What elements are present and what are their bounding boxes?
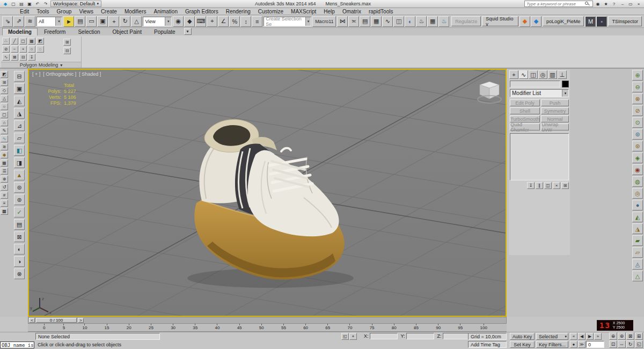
zoom-region-icon[interactable]: ⊡	[609, 340, 617, 348]
pan-icon[interactable]: ⇔	[618, 340, 626, 348]
tri-right-tool-icon[interactable]: ◮	[632, 223, 643, 234]
next-frame-icon[interactable]: »	[594, 333, 602, 340]
open-file-icon[interactable]: ▤	[18, 1, 25, 7]
modifier-button[interactable]: Shell	[510, 107, 540, 114]
ribbon-tab[interactable]: Selection	[72, 28, 106, 35]
remove-modifier-icon[interactable]: ×	[553, 182, 560, 189]
show-end-result-icon[interactable]: ∥	[536, 182, 543, 189]
workspace-dropdown[interactable]: Workspace: Default ▾	[50, 1, 101, 7]
grow-selection-icon[interactable]: +	[19, 46, 27, 53]
pyramid-left-tool-icon[interactable]: ◭	[14, 96, 25, 106]
draw-tool-icon[interactable]: ✎	[1, 127, 8, 134]
set-key-button[interactable]: Set Key	[510, 341, 535, 348]
menu-item[interactable]: Help	[320, 8, 339, 15]
key-mode-icon[interactable]: ●	[570, 341, 577, 348]
half-right-tool-icon[interactable]: ◨	[14, 157, 25, 168]
mirror-icon[interactable]: ⋈	[337, 16, 348, 27]
menu-item[interactable]: Views	[75, 8, 97, 15]
sphere-right-tool-icon[interactable]: ◑	[14, 256, 25, 267]
viewport-label-part[interactable]: [ Orthographic ]	[43, 71, 76, 77]
key-set-dropdown[interactable]: Selected ▾	[536, 333, 568, 340]
ignore-backfacing-icon[interactable]: ⊠	[11, 54, 18, 61]
viewport-canvas[interactable]: z x y	[29, 70, 506, 316]
pattern-tool-icon[interactable]: ▩	[1, 208, 8, 215]
previous-frame-icon[interactable]: ◀	[578, 333, 586, 340]
motion-tab-icon[interactable]: ◎	[538, 70, 547, 79]
align-icon[interactable]: ≍	[348, 16, 359, 27]
menu-item[interactable]: Customize	[254, 8, 287, 15]
orange-plugin-icon[interactable]: ◆	[519, 16, 530, 27]
list-tool-icon[interactable]: ☰	[1, 168, 8, 174]
circle-tool-icon[interactable]: ○	[1, 103, 8, 110]
circle-plus-tool-icon[interactable]: ⊕	[632, 70, 643, 81]
zoom-all-icon[interactable]: ⊛	[618, 332, 626, 340]
menu-item[interactable]: Group	[53, 8, 76, 15]
current-frame-field[interactable]: 0	[586, 341, 604, 348]
ribbon-tab[interactable]: Freeform	[38, 28, 72, 35]
maxscript-mini-listener[interactable]: OBJ name is	[0, 341, 34, 348]
ribbon-tab[interactable]: Populate	[148, 28, 181, 35]
edge-mode-icon[interactable]: ╱	[11, 38, 18, 45]
infocenter-search[interactable]	[524, 1, 593, 7]
search-input[interactable]	[525, 2, 585, 6]
circle-dot-tool-icon[interactable]: ⊙	[632, 117, 643, 128]
menu-item[interactable]: Omatrix	[339, 8, 365, 15]
star-burst-tool-icon[interactable]: ⊛	[632, 141, 643, 151]
reference-coordinate-dropdown[interactable]: View ▾	[143, 17, 172, 26]
show-end-result-icon[interactable]: ⊞	[63, 39, 71, 46]
bar-outline-tool-icon[interactable]: ▱	[632, 247, 643, 258]
object-name-field[interactable]	[510, 81, 560, 88]
hash-tool-icon[interactable]: #	[1, 192, 8, 199]
select-and-scale-icon[interactable]: △	[131, 16, 142, 27]
spinner-snap-icon[interactable]: ↕	[240, 16, 251, 27]
time-slider-track[interactable]: < 0 / 100 >	[28, 317, 507, 324]
restore-icon[interactable]: ▭	[627, 1, 634, 7]
ribbon-tab[interactable]: Modeling	[2, 28, 38, 35]
x-coordinate-field[interactable]	[370, 333, 398, 339]
add-object-tool-icon[interactable]: ⊕	[1, 176, 8, 183]
modifier-button[interactable]: Push	[541, 99, 569, 106]
up-tool-icon[interactable]: ▲	[14, 170, 25, 180]
previous-frame-arrow[interactable]: <	[29, 318, 35, 323]
time-slider-button[interactable]: 0 / 100	[36, 318, 77, 323]
menu-item[interactable]: MAXScript	[287, 8, 320, 15]
go-to-start-icon[interactable]: «	[570, 333, 577, 340]
select-and-rotate-icon[interactable]: ↻	[120, 16, 130, 27]
window-crossing-icon[interactable]: ▣	[97, 16, 108, 27]
pin-stack-icon[interactable]: ↧	[527, 182, 535, 189]
undo-script-tool-icon[interactable]: ↺	[1, 184, 8, 191]
pin-stack-icon[interactable]: ↧	[28, 54, 35, 61]
named-selection-sets-icon[interactable]: ≡	[252, 16, 262, 27]
menu-item[interactable]: Animation	[150, 8, 181, 15]
save-file-icon[interactable]: ▣	[26, 1, 33, 7]
modifier-button[interactable]: Symmetry	[541, 107, 569, 114]
check-tool-icon[interactable]: ✓	[14, 207, 25, 217]
minimize-icon[interactable]: –	[619, 1, 626, 7]
viewport-label-part[interactable]: [ + ]	[32, 71, 40, 77]
mesh-tool-icon[interactable]: ▦	[1, 159, 8, 166]
solid-dot-tool-icon[interactable]: ●	[632, 200, 643, 210]
crossbox-tool-icon[interactable]: ⊠	[14, 231, 25, 242]
half-left-tool-icon[interactable]: ◧	[14, 145, 25, 156]
collapse-tool-icon[interactable]: ⊟	[14, 71, 25, 82]
soft-selection-icon[interactable]: ∿	[2, 54, 10, 61]
diamond-tool-icon[interactable]: ◇	[1, 87, 8, 94]
bullseye-tool-icon[interactable]: ◉	[632, 164, 643, 175]
modifier-button[interactable]: Unwrap UvW	[541, 123, 569, 130]
m-plugin-icon[interactable]: M	[585, 16, 596, 27]
wedge-tool-icon[interactable]: ⊿	[14, 120, 25, 131]
ring-tool-icon[interactable]: ⊚	[632, 129, 643, 140]
plane-tool-icon[interactable]: ▱	[14, 133, 25, 143]
zoom-extents-all-icon[interactable]: ⊞	[635, 332, 643, 340]
help-question-icon[interactable]: ?	[610, 1, 618, 7]
menu-item[interactable]: Create	[97, 8, 121, 15]
select-by-name-icon[interactable]: ▤	[75, 16, 85, 27]
layer-explorer-icon[interactable]: ▤	[360, 16, 370, 27]
blue-plugin-icon[interactable]: ◆	[531, 16, 541, 27]
go-to-end-icon[interactable]: ≫	[578, 341, 586, 348]
modifier-button[interactable]: Quad Chamfer	[510, 123, 540, 130]
object-color-swatch[interactable]	[562, 81, 569, 88]
select-and-manipulate-icon[interactable]: ◆	[184, 16, 195, 27]
make-unique-icon[interactable]: ◫	[544, 182, 552, 189]
circle-cross-tool-icon[interactable]: ⊗	[14, 268, 25, 279]
